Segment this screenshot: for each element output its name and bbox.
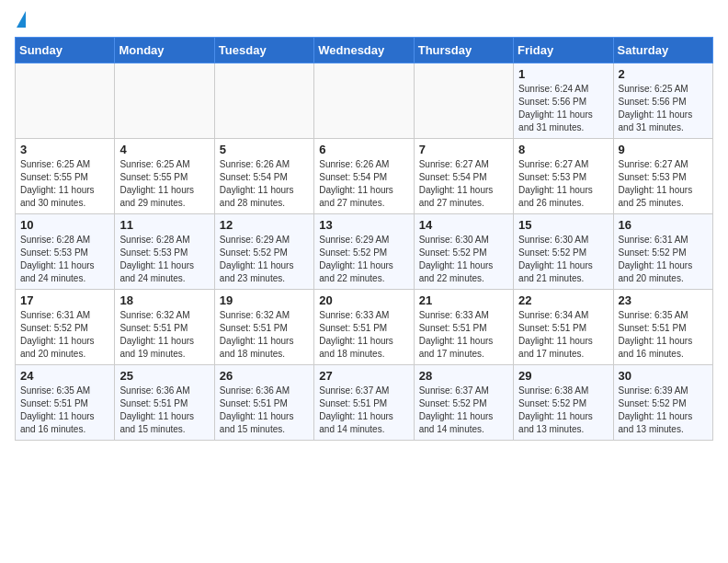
calendar-cell: 5Sunrise: 6:26 AM Sunset: 5:54 PM Daylig… <box>214 139 313 214</box>
day-of-week-header: Sunday <box>16 38 115 63</box>
day-of-week-header: Friday <box>514 38 613 63</box>
calendar-cell: 24Sunrise: 6:35 AM Sunset: 5:51 PM Dayli… <box>16 365 115 441</box>
day-number: 10 <box>20 218 109 232</box>
calendar-cell: 14Sunrise: 6:30 AM Sunset: 5:52 PM Dayli… <box>414 214 513 290</box>
day-info: Sunrise: 6:30 AM Sunset: 5:52 PM Dayligh… <box>419 234 508 285</box>
calendar-cell: 22Sunrise: 6:34 AM Sunset: 5:51 PM Dayli… <box>514 290 613 365</box>
day-of-week-header: Tuesday <box>214 38 313 63</box>
day-info: Sunrise: 6:37 AM Sunset: 5:52 PM Dayligh… <box>419 385 508 436</box>
day-number: 26 <box>220 369 309 383</box>
day-info: Sunrise: 6:31 AM Sunset: 5:52 PM Dayligh… <box>20 309 109 361</box>
day-number: 18 <box>119 293 209 307</box>
logo-text <box>15 15 26 28</box>
day-number: 7 <box>419 143 508 156</box>
day-number: 1 <box>518 67 608 81</box>
calendar-cell: 19Sunrise: 6:32 AM Sunset: 5:51 PM Dayli… <box>214 290 313 365</box>
calendar-cell: 27Sunrise: 6:37 AM Sunset: 5:51 PM Dayli… <box>314 365 414 441</box>
calendar-week-row: 1Sunrise: 6:24 AM Sunset: 5:56 PM Daylig… <box>16 63 713 139</box>
day-info: Sunrise: 6:28 AM Sunset: 5:53 PM Dayligh… <box>119 234 209 285</box>
day-info: Sunrise: 6:35 AM Sunset: 5:51 PM Dayligh… <box>20 385 109 436</box>
day-number: 6 <box>319 143 408 156</box>
logo <box>15 15 26 28</box>
day-info: Sunrise: 6:36 AM Sunset: 5:51 PM Dayligh… <box>119 385 209 436</box>
calendar-cell: 1Sunrise: 6:24 AM Sunset: 5:56 PM Daylig… <box>514 63 613 139</box>
day-info: Sunrise: 6:26 AM Sunset: 5:54 PM Dayligh… <box>319 158 408 210</box>
day-info: Sunrise: 6:24 AM Sunset: 5:56 PM Dayligh… <box>518 83 608 134</box>
calendar-cell <box>16 63 115 139</box>
day-number: 4 <box>119 143 209 156</box>
calendar-header-row: SundayMondayTuesdayWednesdayThursdayFrid… <box>16 38 713 63</box>
calendar-week-row: 17Sunrise: 6:31 AM Sunset: 5:52 PM Dayli… <box>16 290 713 365</box>
day-info: Sunrise: 6:34 AM Sunset: 5:51 PM Dayligh… <box>518 309 608 361</box>
day-info: Sunrise: 6:36 AM Sunset: 5:51 PM Dayligh… <box>220 385 309 436</box>
calendar-cell: 17Sunrise: 6:31 AM Sunset: 5:52 PM Dayli… <box>16 290 115 365</box>
day-number: 13 <box>319 218 408 232</box>
calendar-cell: 2Sunrise: 6:25 AM Sunset: 5:56 PM Daylig… <box>613 63 712 139</box>
day-number: 20 <box>319 293 408 307</box>
day-info: Sunrise: 6:33 AM Sunset: 5:51 PM Dayligh… <box>319 309 408 361</box>
day-number: 14 <box>419 218 508 232</box>
calendar-cell: 30Sunrise: 6:39 AM Sunset: 5:52 PM Dayli… <box>613 365 712 441</box>
day-info: Sunrise: 6:35 AM Sunset: 5:51 PM Dayligh… <box>619 309 708 361</box>
day-number: 15 <box>518 218 608 232</box>
day-number: 5 <box>220 143 309 156</box>
day-number: 11 <box>119 218 209 232</box>
day-info: Sunrise: 6:27 AM Sunset: 5:54 PM Dayligh… <box>419 158 508 210</box>
calendar-cell <box>214 63 313 139</box>
day-info: Sunrise: 6:30 AM Sunset: 5:52 PM Dayligh… <box>518 234 608 285</box>
calendar-cell: 7Sunrise: 6:27 AM Sunset: 5:54 PM Daylig… <box>414 139 513 214</box>
day-info: Sunrise: 6:37 AM Sunset: 5:51 PM Dayligh… <box>319 385 408 436</box>
header <box>15 15 713 28</box>
page: SundayMondayTuesdayWednesdayThursdayFrid… <box>0 0 728 455</box>
calendar-cell: 26Sunrise: 6:36 AM Sunset: 5:51 PM Dayli… <box>214 365 313 441</box>
day-number: 29 <box>518 369 608 383</box>
calendar-cell: 3Sunrise: 6:25 AM Sunset: 5:55 PM Daylig… <box>16 139 115 214</box>
calendar-cell: 10Sunrise: 6:28 AM Sunset: 5:53 PM Dayli… <box>16 214 115 290</box>
day-number: 19 <box>220 293 309 307</box>
day-number: 25 <box>119 369 209 383</box>
day-info: Sunrise: 6:33 AM Sunset: 5:51 PM Dayligh… <box>419 309 508 361</box>
day-number: 24 <box>20 369 109 383</box>
day-of-week-header: Saturday <box>613 38 712 63</box>
day-of-week-header: Wednesday <box>314 38 414 63</box>
logo-triangle-icon <box>17 11 26 28</box>
day-number: 28 <box>419 369 508 383</box>
day-number: 21 <box>419 293 508 307</box>
calendar-cell: 25Sunrise: 6:36 AM Sunset: 5:51 PM Dayli… <box>115 365 214 441</box>
calendar-cell: 8Sunrise: 6:27 AM Sunset: 5:53 PM Daylig… <box>514 139 613 214</box>
day-info: Sunrise: 6:29 AM Sunset: 5:52 PM Dayligh… <box>319 234 408 285</box>
calendar-week-row: 3Sunrise: 6:25 AM Sunset: 5:55 PM Daylig… <box>16 139 713 214</box>
day-info: Sunrise: 6:29 AM Sunset: 5:52 PM Dayligh… <box>220 234 309 285</box>
day-number: 2 <box>619 67 708 81</box>
calendar-cell: 18Sunrise: 6:32 AM Sunset: 5:51 PM Dayli… <box>115 290 214 365</box>
calendar-cell: 21Sunrise: 6:33 AM Sunset: 5:51 PM Dayli… <box>414 290 513 365</box>
day-info: Sunrise: 6:27 AM Sunset: 5:53 PM Dayligh… <box>518 158 608 210</box>
calendar-cell: 20Sunrise: 6:33 AM Sunset: 5:51 PM Dayli… <box>314 290 414 365</box>
day-info: Sunrise: 6:38 AM Sunset: 5:52 PM Dayligh… <box>518 385 608 436</box>
day-info: Sunrise: 6:25 AM Sunset: 5:55 PM Dayligh… <box>20 158 109 210</box>
calendar-cell <box>115 63 214 139</box>
calendar-cell <box>314 63 414 139</box>
day-number: 22 <box>518 293 608 307</box>
day-of-week-header: Monday <box>115 38 214 63</box>
calendar-week-row: 24Sunrise: 6:35 AM Sunset: 5:51 PM Dayli… <box>16 365 713 441</box>
calendar-cell: 29Sunrise: 6:38 AM Sunset: 5:52 PM Dayli… <box>514 365 613 441</box>
calendar-cell: 6Sunrise: 6:26 AM Sunset: 5:54 PM Daylig… <box>314 139 414 214</box>
day-of-week-header: Thursday <box>414 38 513 63</box>
calendar-cell: 13Sunrise: 6:29 AM Sunset: 5:52 PM Dayli… <box>314 214 414 290</box>
day-number: 9 <box>619 143 708 156</box>
calendar-week-row: 10Sunrise: 6:28 AM Sunset: 5:53 PM Dayli… <box>16 214 713 290</box>
day-info: Sunrise: 6:32 AM Sunset: 5:51 PM Dayligh… <box>220 309 309 361</box>
day-info: Sunrise: 6:28 AM Sunset: 5:53 PM Dayligh… <box>20 234 109 285</box>
day-info: Sunrise: 6:26 AM Sunset: 5:54 PM Dayligh… <box>220 158 309 210</box>
calendar-cell: 15Sunrise: 6:30 AM Sunset: 5:52 PM Dayli… <box>514 214 613 290</box>
calendar-cell: 12Sunrise: 6:29 AM Sunset: 5:52 PM Dayli… <box>214 214 313 290</box>
calendar-cell: 9Sunrise: 6:27 AM Sunset: 5:53 PM Daylig… <box>613 139 712 214</box>
day-number: 27 <box>319 369 408 383</box>
day-info: Sunrise: 6:39 AM Sunset: 5:52 PM Dayligh… <box>619 385 708 436</box>
day-number: 12 <box>220 218 309 232</box>
calendar-cell: 4Sunrise: 6:25 AM Sunset: 5:55 PM Daylig… <box>115 139 214 214</box>
day-number: 8 <box>518 143 608 156</box>
day-number: 3 <box>20 143 109 156</box>
calendar-cell: 11Sunrise: 6:28 AM Sunset: 5:53 PM Dayli… <box>115 214 214 290</box>
